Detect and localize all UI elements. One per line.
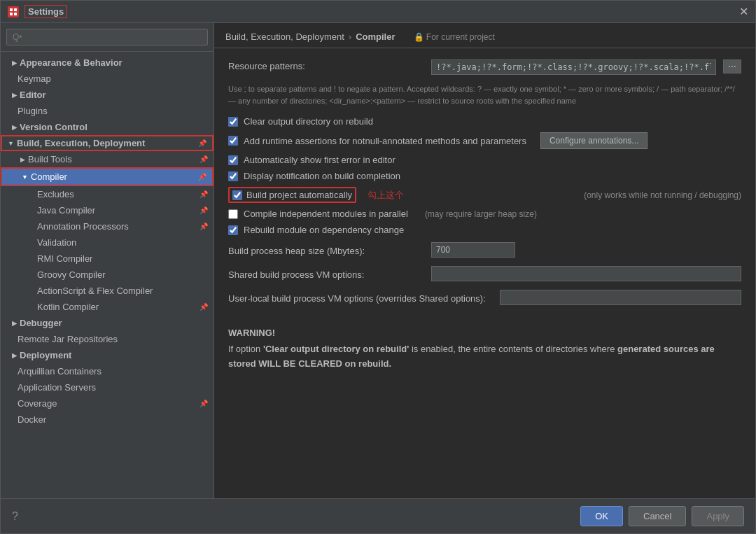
compile-parallel-note: (may require larger heap size)	[425, 209, 537, 219]
sidebar-item-compiler[interactable]: ▼ Compiler 📌	[1, 167, 214, 186]
sidebar-item-coverage[interactable]: Coverage 📌	[1, 395, 214, 412]
auto-show-checkbox[interactable]	[228, 155, 238, 165]
sidebar-item-label: Kotlin Compiler	[37, 302, 99, 312]
display-notification-row: Display notification on build completion	[228, 171, 741, 181]
sidebar-item-label: RMI Compiler	[37, 253, 92, 264]
sidebar-item-label: Appearance & Behavior	[20, 57, 122, 68]
sidebar-item-label: Build, Execution, Deployment	[17, 138, 145, 148]
sidebar-item-build-tools[interactable]: ▶ Build Tools 📌	[1, 151, 214, 167]
build-auto-highlight: Build project automatically	[228, 187, 356, 203]
sidebar-item-app-servers[interactable]: Application Servers	[1, 379, 214, 395]
build-auto-row: Build project automatically 勾上这个 (only w…	[228, 187, 741, 203]
rebuild-module-checkbox[interactable]	[228, 225, 238, 235]
settings-content: Resource patterns: ⋯ Use ; to separate p…	[214, 48, 755, 498]
main-header: Build, Execution, Deployment › Compiler …	[214, 23, 755, 48]
warning-section: WARNING! If option 'Clear output directo…	[228, 319, 741, 380]
main-panel: Build, Execution, Deployment › Compiler …	[214, 23, 755, 498]
sidebar-item-build-exec[interactable]: ▼ Build, Execution, Deployment 📌	[1, 135, 214, 151]
sidebar-item-annotation-processors[interactable]: Annotation Processors 📌	[1, 218, 214, 234]
heap-size-row: Build process heap size (Mbytes):	[228, 242, 741, 258]
sidebar-item-label: Plugins	[18, 106, 48, 116]
sidebar-item-deployment[interactable]: ▶ Deployment	[1, 347, 214, 363]
svg-rect-2	[10, 13, 13, 15]
sidebar-item-docker[interactable]: Docker	[1, 412, 214, 428]
sidebar-item-label: Docker	[18, 414, 46, 425]
expand-icon: ▼	[8, 140, 14, 147]
sidebar-item-rmi-compiler[interactable]: RMI Compiler	[1, 251, 214, 267]
sidebar-item-validation[interactable]: Validation	[1, 234, 214, 251]
sidebar-item-arquillian[interactable]: Arquillian Containers	[1, 363, 214, 379]
pin-icon: 📌	[200, 303, 208, 311]
for-project[interactable]: 🔒 For current project	[414, 32, 495, 42]
clear-output-label: Clear output directory on rebuild	[244, 116, 373, 127]
sidebar-item-label: Validation	[37, 237, 76, 248]
pin-icon: 📌	[200, 400, 208, 407]
footer: ? OK Cancel Apply	[1, 498, 755, 533]
sidebar-item-appearance[interactable]: ▶ Appearance & Behavior	[1, 55, 214, 71]
configure-annotations-button[interactable]: Configure annotations...	[540, 132, 648, 149]
heap-size-input[interactable]	[431, 242, 515, 258]
sidebar-item-excludes[interactable]: Excludes 📌	[1, 186, 214, 202]
user-vm-row: User-local build process VM options (ove…	[228, 290, 741, 305]
resource-hint: Use ; to separate patterns and ! to nega…	[228, 83, 741, 106]
user-vm-input[interactable]	[500, 290, 741, 305]
sidebar-item-java-compiler[interactable]: Java Compiler 📌	[1, 202, 214, 218]
sidebar-item-plugins[interactable]: Plugins	[1, 103, 214, 119]
expand-icon: ▶	[12, 320, 17, 327]
user-vm-label: User-local build process VM options (ove…	[228, 292, 486, 304]
cancel-button[interactable]: Cancel	[629, 506, 686, 526]
help-button[interactable]: ?	[12, 510, 18, 523]
pin-icon: 📌	[198, 173, 206, 181]
warning-text: If option 'Clear output directory on reb…	[228, 342, 741, 372]
expand-icon: ▼	[22, 174, 28, 181]
sidebar-item-remote-jar[interactable]: Remote Jar Repositories	[1, 331, 214, 347]
titlebar-left: Settings	[8, 5, 67, 18]
breadcrumb-sep: ›	[349, 31, 351, 42]
expand-icon: ▶	[12, 59, 17, 66]
sidebar-item-label: Version Control	[20, 122, 88, 132]
pin-icon: 📌	[200, 206, 208, 214]
sidebar-item-kotlin-compiler[interactable]: Kotlin Compiler 📌	[1, 299, 214, 315]
breadcrumb: Build, Execution, Deployment › Compiler …	[225, 31, 744, 42]
sidebar-item-label: Arquillian Containers	[18, 366, 102, 377]
sidebar-item-label: ActionScript & Flex Compiler	[37, 286, 153, 296]
add-runtime-checkbox[interactable]	[228, 136, 238, 146]
sidebar-item-keymap[interactable]: Keymap	[1, 71, 214, 87]
search-input[interactable]	[6, 29, 208, 45]
pin-icon: 📌	[200, 190, 208, 198]
resource-patterns-label: Resource patterns:	[228, 59, 424, 71]
clear-output-checkbox[interactable]	[228, 117, 238, 127]
build-auto-annotation: 勾上这个	[368, 189, 404, 202]
svg-rect-1	[14, 8, 17, 11]
resource-patterns-input[interactable]	[431, 59, 716, 75]
sidebar-item-label: Excludes	[37, 189, 74, 199]
shared-vm-input[interactable]	[431, 266, 741, 281]
shared-vm-row: Shared build process VM options:	[228, 266, 741, 281]
nav-tree: ▶ Appearance & Behavior Keymap ▶ Editor …	[1, 52, 214, 498]
sidebar-item-groovy-compiler[interactable]: Groovy Compiler	[1, 267, 214, 283]
titlebar: Settings ✕	[1, 1, 755, 23]
sidebar-item-label: Remote Jar Repositories	[18, 334, 118, 344]
sidebar-item-label: Deployment	[20, 350, 71, 360]
resource-patterns-row: Resource patterns: ⋯	[228, 59, 741, 75]
sidebar-item-debugger[interactable]: ▶ Debugger	[1, 315, 214, 331]
sidebar-item-editor[interactable]: ▶ Editor	[1, 87, 214, 103]
svg-rect-0	[10, 8, 13, 11]
sidebar-item-actionscript-compiler[interactable]: ActionScript & Flex Compiler	[1, 283, 214, 299]
resource-expand-button[interactable]: ⋯	[723, 59, 741, 73]
breadcrumb-part1: Build, Execution, Deployment	[225, 31, 344, 42]
auto-show-label: Automatically show first error in editor	[244, 155, 396, 165]
ok-button[interactable]: OK	[580, 506, 623, 526]
build-auto-checkbox[interactable]	[232, 190, 242, 200]
close-button[interactable]: ✕	[739, 6, 748, 17]
pin-icon: 📌	[200, 155, 208, 163]
compile-parallel-checkbox[interactable]	[228, 209, 238, 219]
compile-parallel-label: Compile independent modules in parallel	[244, 209, 408, 219]
window-title: Settings	[24, 5, 67, 18]
build-auto-label: Build project automatically	[246, 190, 352, 200]
display-notification-checkbox[interactable]	[228, 171, 238, 181]
apply-button[interactable]: Apply	[692, 506, 744, 526]
app-icon	[8, 6, 19, 17]
rebuild-module-label: Rebuild module on dependency change	[244, 225, 404, 235]
sidebar-item-version-control[interactable]: ▶ Version Control	[1, 119, 214, 135]
